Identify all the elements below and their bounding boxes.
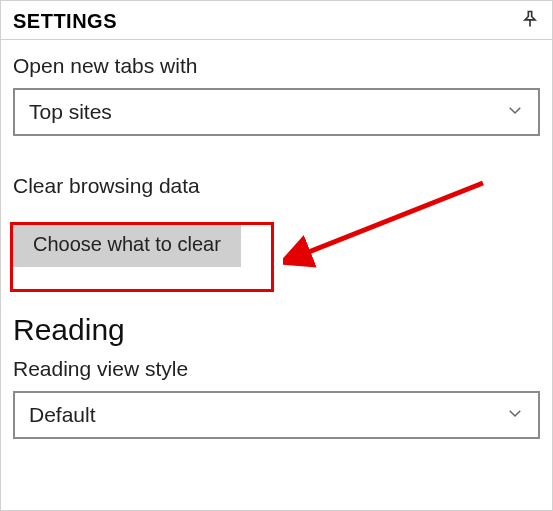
settings-header: SETTINGS bbox=[1, 1, 552, 40]
pin-icon[interactable] bbox=[520, 9, 540, 33]
open-tabs-selected-value: Top sites bbox=[29, 100, 112, 124]
open-tabs-select[interactable]: Top sites bbox=[13, 88, 540, 136]
reading-style-select[interactable]: Default bbox=[13, 391, 540, 439]
reading-style-label: Reading view style bbox=[13, 357, 540, 381]
reading-heading: Reading bbox=[13, 313, 540, 347]
settings-title: SETTINGS bbox=[13, 10, 117, 33]
chevron-down-icon bbox=[506, 100, 524, 124]
reading-style-selected-value: Default bbox=[29, 403, 96, 427]
chevron-down-icon bbox=[506, 403, 524, 427]
choose-what-to-clear-button[interactable]: Choose what to clear bbox=[13, 222, 241, 267]
clear-browsing-label: Clear browsing data bbox=[13, 174, 540, 198]
open-tabs-label: Open new tabs with bbox=[13, 54, 540, 78]
